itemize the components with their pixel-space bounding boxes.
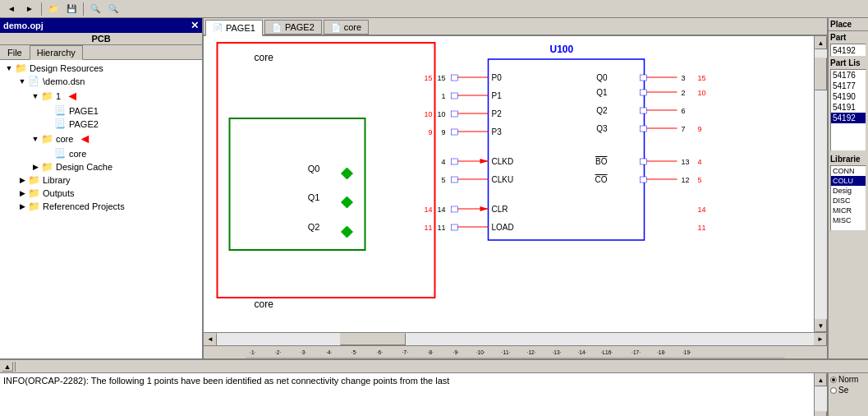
scroll-up-button[interactable]: ▲ <box>815 36 827 49</box>
svg-text:core: core <box>255 52 274 63</box>
dsn-icon: 📄 <box>28 76 41 87</box>
folder-icon-library: 📁 <box>28 174 41 186</box>
part-list-item[interactable]: 54177 <box>831 81 866 91</box>
panel-section-title: PCB <box>0 33 202 45</box>
close-button[interactable]: ✕ <box>191 20 199 31</box>
lib-item[interactable]: MICR <box>831 206 866 215</box>
label-page1: PAGE1 <box>69 106 99 116</box>
lib-item[interactable]: DISC <box>831 196 866 206</box>
tree-item-outputs[interactable]: ▶ 📁 Outputs <box>2 187 200 200</box>
log-scroll-up[interactable]: ▲ <box>815 373 827 386</box>
canvas-tab-page1[interactable]: 📄 PAGE1 <box>205 20 263 36</box>
tab-file[interactable]: File <box>0 45 30 59</box>
expander-outputs[interactable]: ▶ <box>16 187 28 199</box>
bottom-collapse-button[interactable]: ▲ <box>2 362 13 372</box>
expander-core-folder[interactable]: ▼ <box>30 133 41 145</box>
tab-hierarchy[interactable]: Hierarchy <box>30 45 83 60</box>
svg-text:·1·: ·1· <box>250 349 255 355</box>
tree-item-core-folder[interactable]: ▼ 📁 core ◄ <box>2 131 200 147</box>
canvas-tab-page2[interactable]: 📄 PAGE2 <box>264 20 322 35</box>
tree-item-folder-1[interactable]: ▼ 📁 1 ◄ <box>2 88 200 104</box>
svg-text:·3·: ·3· <box>301 349 306 355</box>
tree-item-library[interactable]: ▶ 📁 Library <box>2 173 200 187</box>
left-panel-title: demo.opj ✕ <box>0 18 202 33</box>
svg-text:·11·: ·11· <box>502 349 511 355</box>
part-list-item[interactable]: 54190 <box>831 91 866 102</box>
svg-text:4: 4 <box>441 158 445 166</box>
toolbar-save[interactable]: 💾 <box>63 2 80 16</box>
svg-text:·12·: ·12· <box>527 349 536 355</box>
right-panel: Place Part Part Lis 54176 54177 54190 54… <box>827 18 868 358</box>
lib-item[interactable]: MISC <box>831 215 866 225</box>
log-scroll-track[interactable] <box>815 386 827 411</box>
expander-folder-1[interactable]: ▼ <box>30 90 41 102</box>
log-scrollbar[interactable]: ▲ ▼ <box>814 373 827 416</box>
tree-item-core-child[interactable]: ▶ 📃 core <box>2 147 200 160</box>
part-input[interactable] <box>830 44 866 57</box>
tree-item-design-resources[interactable]: ▼ 📁 Design Resources <box>2 62 200 75</box>
horizontal-scrollbar[interactable]: ◄ ► <box>204 332 827 345</box>
ruler: ·1· ·2· ·3· ·4· ·5· ·6· ·7· ·8· ·9· ·10·… <box>204 345 827 358</box>
canvas-tab-core[interactable]: 📄 core <box>324 20 369 35</box>
log-scroll-down[interactable]: ▼ <box>815 411 827 416</box>
lib-item[interactable]: Desig <box>831 186 866 196</box>
svg-text:P1: P1 <box>492 91 503 100</box>
expander-referenced-projects[interactable]: ▶ <box>16 201 28 212</box>
lib-list[interactable]: CONN COLU Desig DISC MICR MISC <box>830 165 866 231</box>
tree-item-design-cache[interactable]: ▶ 📁 Design Cache <box>2 160 200 173</box>
scroll-down-button[interactable]: ▼ <box>815 319 827 332</box>
tree-item-page1[interactable]: ▶ 📃 PAGE1 <box>2 104 200 118</box>
folder-icon-1: 📁 <box>41 90 54 102</box>
toolbar-open[interactable]: 📁 <box>45 2 62 16</box>
scroll-track-x[interactable] <box>217 333 814 345</box>
svg-text:·13·: ·13· <box>553 349 562 355</box>
core-tab-icon: 📄 <box>331 23 341 32</box>
lib-item-selected[interactable]: COLU <box>831 176 866 186</box>
svg-text:14: 14 <box>424 206 432 214</box>
toolbar-zoom-out[interactable]: 🔍 <box>105 2 122 16</box>
part-list-item-selected[interactable]: 54192 <box>831 113 866 123</box>
label-folder-1: 1 <box>56 91 61 101</box>
toolbar-zoom-in[interactable]: 🔍 <box>87 2 103 16</box>
schematic-svg: core core Q0 Q1 Q2 <box>204 36 814 332</box>
svg-text:15: 15 <box>698 74 706 82</box>
top-toolbar: ◄ ► 📁 💾 🔍 🔍 <box>0 0 868 18</box>
folder-icon-core: 📁 <box>41 133 54 145</box>
part-list[interactable]: 54176 54177 54190 54191 54192 <box>830 69 866 151</box>
svg-text:·18·: ·18· <box>657 349 666 355</box>
svg-text:15: 15 <box>437 74 445 82</box>
radio-normal[interactable]: Norm <box>830 375 866 384</box>
vertical-scrollbar[interactable]: ▲ ▼ <box>814 36 827 332</box>
canvas-tab-core-label: core <box>344 22 361 32</box>
svg-text:Q2: Q2 <box>308 222 320 232</box>
bottom-toolbar: ▲ <box>0 360 868 373</box>
expander-demo-dsn[interactable]: ▼ <box>16 76 28 87</box>
scroll-thumb-x[interactable] <box>340 333 406 345</box>
svg-text:Q1: Q1 <box>308 192 320 202</box>
radio-select[interactable]: Se <box>830 386 866 395</box>
folder-icon-design-cache: 📁 <box>41 161 54 173</box>
scroll-track-y[interactable] <box>815 49 827 319</box>
part-list-item[interactable]: 54191 <box>831 102 866 113</box>
radio-normal-circle[interactable] <box>830 377 837 383</box>
tree-item-referenced-projects[interactable]: ▶ 📁 Referenced Projects <box>2 200 200 213</box>
scroll-right-button[interactable]: ► <box>814 333 827 346</box>
tree-item-page2[interactable]: ▶ 📃 PAGE2 <box>2 118 200 131</box>
expander-design-cache[interactable]: ▶ <box>30 161 41 173</box>
part-list-item[interactable]: 54176 <box>831 70 866 81</box>
scroll-left-button[interactable]: ◄ <box>204 333 217 346</box>
expander-library[interactable]: ▶ <box>16 174 28 186</box>
arrow-indicator-1: ◄ <box>66 89 79 104</box>
toolbar-forward[interactable]: ► <box>21 2 38 16</box>
svg-text:14: 14 <box>437 206 445 214</box>
canvas-area[interactable]: core core Q0 Q1 Q2 <box>204 36 814 332</box>
label-referenced-projects: Referenced Projects <box>43 201 125 211</box>
expander-design-resources[interactable]: ▼ <box>3 62 15 74</box>
lib-item[interactable]: CONN <box>831 166 866 176</box>
tree-item-demo-dsn[interactable]: ▼ 📄 \demo.dsn <box>2 75 200 88</box>
radio-select-circle[interactable] <box>830 387 837 394</box>
ruler-svg: ·1· ·2· ·3· ·4· ·5· ·6· ·7· ·8· ·9· ·10·… <box>204 346 827 358</box>
svg-text:·4·: ·4· <box>326 349 332 355</box>
toolbar-back[interactable]: ◄ <box>3 2 20 16</box>
scroll-thumb-y[interactable] <box>815 58 827 90</box>
